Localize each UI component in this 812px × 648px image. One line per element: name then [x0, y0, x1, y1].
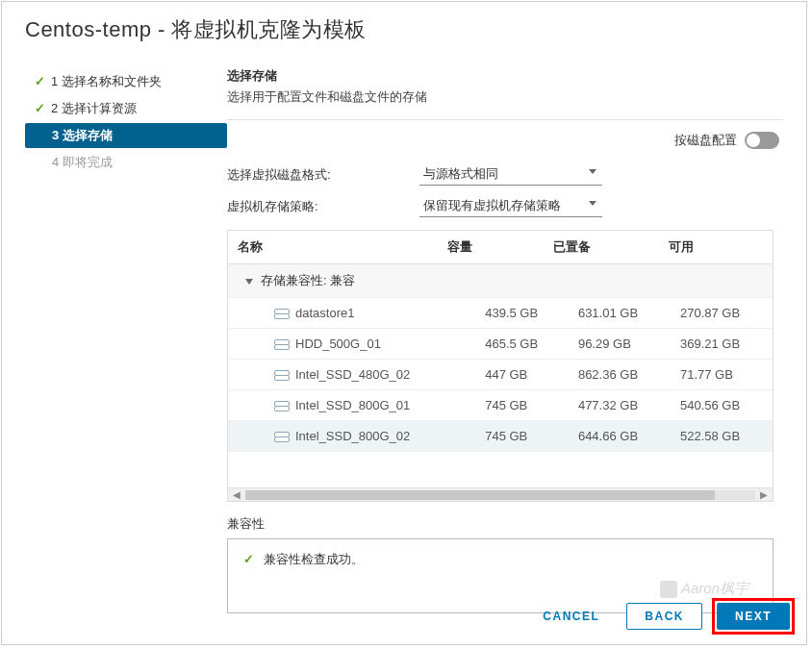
datastore-row[interactable]: datastore1 439.5 GB 631.01 GB 270.87 GB: [228, 298, 773, 329]
horizontal-scrollbar[interactable]: ◀ ▶: [228, 487, 773, 501]
table-header-row: 名称 容量 已置备 可用: [228, 231, 773, 264]
compatibility-success-msg: 兼容性检查成功。: [243, 551, 757, 568]
configure-per-disk-toggle[interactable]: [745, 132, 779, 149]
section-heading: 选择存储: [227, 67, 783, 85]
col-name[interactable]: 名称: [228, 231, 438, 264]
step-3-select-storage[interactable]: 3 选择存储: [25, 123, 227, 148]
datastore-row[interactable]: Intel_SSD_800G_02 745 GB 644.66 GB 522.5…: [228, 421, 773, 452]
next-button[interactable]: NEXT: [717, 603, 790, 630]
configure-per-disk-label: 按磁盘配置: [674, 132, 737, 149]
datastore-icon: [274, 370, 288, 381]
datastore-icon: [274, 309, 288, 319]
compatibility-group-row[interactable]: 存储兼容性: 兼容: [228, 264, 773, 298]
disk-format-label: 选择虚拟磁盘格式:: [227, 166, 419, 184]
datastore-icon: [274, 339, 288, 350]
step-1-name-folder[interactable]: 1 选择名称和文件夹: [25, 69, 227, 94]
scroll-right-icon[interactable]: ▶: [759, 490, 769, 500]
next-highlight: NEXT: [712, 598, 795, 635]
datastore-row[interactable]: HDD_500G_01 465.5 GB 96.29 GB 369.21 GB: [228, 329, 773, 360]
col-capacity[interactable]: 容量: [438, 231, 544, 264]
disk-format-select[interactable]: 与源格式相同: [419, 163, 602, 186]
col-free[interactable]: 可用: [659, 231, 773, 264]
clone-to-template-dialog: Centos-temp - 将虚拟机克隆为模板 1 选择名称和文件夹 2 选择计…: [1, 1, 807, 645]
col-provisioned[interactable]: 已置备: [544, 231, 659, 264]
section-description: 选择用于配置文件和磁盘文件的存储: [227, 88, 783, 106]
step-4-ready-complete: 4 即将完成: [25, 150, 227, 175]
dialog-title: Centos-temp - 将虚拟机克隆为模板: [2, 2, 806, 50]
datastore-table: 名称 容量 已置备 可用 存储兼容性: 兼容 datast: [227, 230, 774, 502]
wizard-steps-sidebar: 1 选择名称和文件夹 2 选择计算资源 3 选择存储 4 即将完成: [25, 54, 227, 613]
main-panel: 选择存储 选择用于配置文件和磁盘文件的存储 按磁盘配置 选择虚拟磁盘格式: 与源…: [227, 54, 783, 613]
datastore-row[interactable]: Intel_SSD_800G_01 745 GB 477.32 GB 540.5…: [228, 390, 773, 421]
datastore-icon: [274, 401, 288, 411]
cancel-button[interactable]: CANCEL: [525, 604, 617, 629]
dialog-footer: CANCEL BACK NEXT: [525, 598, 795, 635]
back-button[interactable]: BACK: [626, 603, 702, 630]
compatibility-label: 兼容性: [227, 515, 783, 533]
storage-policy-label: 虚拟机存储策略:: [227, 198, 419, 215]
datastore-icon: [274, 432, 288, 442]
caret-down-icon: [245, 279, 253, 285]
datastore-row[interactable]: Intel_SSD_480G_02 447 GB 862.36 GB 71.77…: [228, 360, 773, 390]
storage-policy-select[interactable]: 保留现有虚拟机存储策略: [419, 195, 602, 217]
scroll-left-icon[interactable]: ◀: [232, 490, 241, 500]
step-2-compute-resource[interactable]: 2 选择计算资源: [25, 96, 227, 121]
